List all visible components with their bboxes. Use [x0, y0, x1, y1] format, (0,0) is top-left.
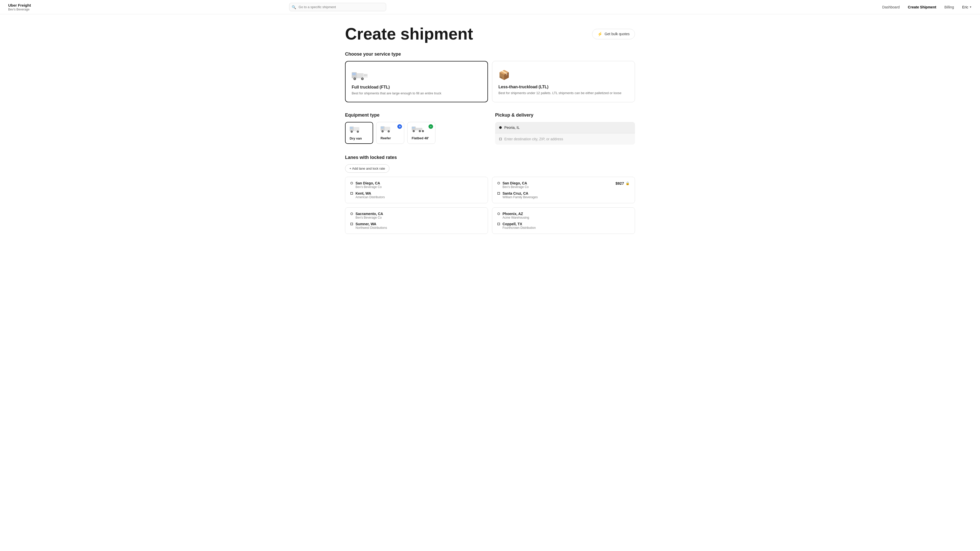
- svg-point-15: [358, 131, 358, 132]
- origin-row: Peoria, IL: [495, 122, 635, 133]
- flatbed-label: Flatbed 48': [412, 136, 429, 140]
- lane-origin-row-1: San Diego, CA Bev's Beverage Co: [497, 181, 616, 189]
- navbar: Uber Freight Bev's Beverage 🔍 Dashboard …: [0, 0, 980, 14]
- nav-dashboard[interactable]: Dashboard: [882, 5, 900, 9]
- service-type-heading: Choose your service type: [345, 52, 635, 57]
- reefer-badge: ❄: [397, 124, 402, 129]
- lane-origin-company-1: Bev's Beverage Co: [503, 185, 528, 189]
- lane-card-0[interactable]: San Diego, CA Bev's Beverage Co Kent, WA…: [345, 177, 488, 203]
- page-header: Create shipment ⚡ Get bulk quotes: [345, 24, 635, 43]
- lane-dest-city-1: Santa Cruz, CA: [503, 191, 538, 195]
- lane-header-row-1: San Diego, CA Bev's Beverage Co Santa Cr…: [497, 181, 630, 199]
- lane-origin-row-3: Phoenix, AZ Acme Warehousing: [497, 212, 630, 219]
- service-type-section: Choose your service type: [345, 52, 635, 102]
- lane-origin-city-0: San Diego, CA: [355, 181, 382, 185]
- svg-rect-25: [412, 127, 415, 129]
- nav-links: Dashboard Create Shipment Billing Eric ▼: [882, 5, 972, 9]
- lane-card-2[interactable]: Sacramento, CA Bev's Beverage Co Sumner,…: [345, 207, 488, 234]
- lanes-heading: Lanes with locked rates: [345, 155, 635, 160]
- ltl-desc: Best for shipments under 12 pallets. LTL…: [498, 91, 628, 95]
- svg-point-29: [420, 131, 420, 132]
- page-title: Create shipment: [345, 24, 473, 43]
- svg-point-13: [352, 131, 352, 132]
- svg-rect-2: [352, 73, 356, 75]
- pickup-delivery-section: Pickup & delivery Peoria, IL: [495, 113, 635, 144]
- lock-icon-1: 🔒: [625, 181, 630, 185]
- equip-card-flatbed[interactable]: Flatbed 48' +: [407, 122, 435, 144]
- svg-rect-8: [364, 74, 367, 76]
- lane-dest-icon-3: [497, 223, 500, 225]
- svg-point-6: [362, 78, 363, 79]
- svg-point-22: [388, 131, 389, 132]
- lane-origin-icon-1: [497, 182, 500, 184]
- svg-rect-18: [381, 127, 383, 129]
- pickup-delivery-heading: Pickup & delivery: [495, 113, 635, 118]
- lane-origin-company-0: Bev's Beverage Co: [355, 185, 382, 189]
- equip-card-dry-van[interactable]: Dry van: [345, 122, 373, 144]
- add-lane-label: + Add lane and lock rate: [349, 167, 385, 170]
- lane-card-3[interactable]: Phoenix, AZ Acme Warehousing Coppell, TX…: [492, 207, 635, 234]
- lane-dest-row-2: Sumner, WA Northwest Distributions: [350, 222, 483, 230]
- lane-origin-city-2: Sacramento, CA: [355, 212, 383, 216]
- lane-dest-city-2: Sumner, WA: [355, 222, 387, 226]
- reefer-icon: [380, 125, 395, 134]
- service-card-ftl[interactable]: Full truckload (FTL) Best for shipments …: [345, 61, 488, 102]
- box-icon: 📦: [498, 70, 510, 80]
- lane-dest-company-1: William Family Beverages: [503, 195, 538, 199]
- flatbed-badge: +: [428, 124, 433, 129]
- chevron-down-icon: ▼: [969, 6, 972, 8]
- svg-point-4: [354, 78, 355, 79]
- lane-dest-row-1: Santa Cruz, CA William Family Beverages: [497, 191, 616, 199]
- pickup-delivery-container: Peoria, IL: [495, 122, 635, 144]
- equipment-list: Dry van Reefer: [345, 122, 485, 144]
- add-lane-button[interactable]: + Add lane and lock rate: [345, 164, 390, 173]
- lanes-grid: San Diego, CA Bev's Beverage Co Kent, WA…: [345, 177, 635, 234]
- lane-origin-row-2: Sacramento, CA Bev's Beverage Co: [350, 212, 483, 219]
- nav-billing[interactable]: Billing: [945, 5, 954, 9]
- lane-dest-city-3: Coppell, TX: [503, 222, 536, 226]
- service-card-ltl[interactable]: 📦 Less-than-truckload (LTL) Best for shi…: [492, 61, 635, 102]
- nav-user-name: Eric: [962, 5, 968, 9]
- lane-origin-company-2: Bev's Beverage Co: [355, 216, 383, 219]
- lane-price-value-1: $927: [616, 181, 624, 186]
- nav-user-menu[interactable]: Eric ▼: [962, 5, 972, 9]
- lane-origin-row-0: San Diego, CA Bev's Beverage Co: [350, 181, 483, 189]
- lane-dest-company-3: Fourthcrown Distribution: [503, 226, 536, 230]
- destination-square-icon: [499, 138, 502, 140]
- lane-dest-city-0: Kent, WA: [355, 191, 385, 195]
- destination-row[interactable]: [495, 133, 635, 144]
- lane-price-1: $927 🔒: [616, 181, 630, 186]
- search-container: 🔍: [289, 3, 386, 11]
- lane-origin-company-3: Acme Warehousing: [503, 216, 529, 219]
- svg-point-27: [414, 131, 414, 132]
- ltl-title: Less-than-truckload (LTL): [498, 85, 628, 89]
- dry-van-truck-icon: [350, 125, 364, 133]
- lane-origin-icon-2: [350, 213, 353, 215]
- search-input[interactable]: [289, 3, 386, 11]
- reefer-truck-icon: [380, 125, 395, 132]
- search-icon: 🔍: [292, 5, 296, 9]
- nav-create-shipment[interactable]: Create Shipment: [908, 5, 936, 9]
- lane-origin-icon-0: [350, 182, 353, 184]
- lanes-header: + Add lane and lock rate: [345, 164, 635, 173]
- equip-card-reefer[interactable]: Reefer ❄: [376, 122, 404, 144]
- ftl-desc: Best for shipments that are large enough…: [352, 91, 481, 96]
- dry-van-icon: [350, 125, 364, 135]
- bulk-quotes-button[interactable]: ⚡ Get bulk quotes: [592, 29, 635, 39]
- brand-sub: Bev's Beverage: [8, 8, 31, 11]
- lane-dest-company-0: American Distributors: [355, 195, 385, 199]
- svg-point-31: [423, 131, 423, 132]
- main-content: Create shipment ⚡ Get bulk quotes Choose…: [337, 14, 643, 244]
- ftl-title: Full truckload (FTL): [352, 85, 481, 89]
- destination-input[interactable]: [504, 137, 631, 141]
- bolt-icon: ⚡: [597, 32, 603, 37]
- equipment-type-section: Equipment type Dry v: [345, 113, 485, 144]
- lane-card-1[interactable]: San Diego, CA Bev's Beverage Co Santa Cr…: [492, 177, 635, 203]
- svg-point-20: [382, 131, 383, 132]
- ltl-icon-container: 📦: [498, 67, 628, 83]
- lane-dest-row-3: Coppell, TX Fourthcrown Distribution: [497, 222, 630, 230]
- svg-rect-11: [350, 127, 353, 129]
- origin-value: Peoria, IL: [504, 125, 520, 130]
- flatbed-icon: [412, 125, 428, 134]
- service-type-grid: Full truckload (FTL) Best for shipments …: [345, 61, 635, 102]
